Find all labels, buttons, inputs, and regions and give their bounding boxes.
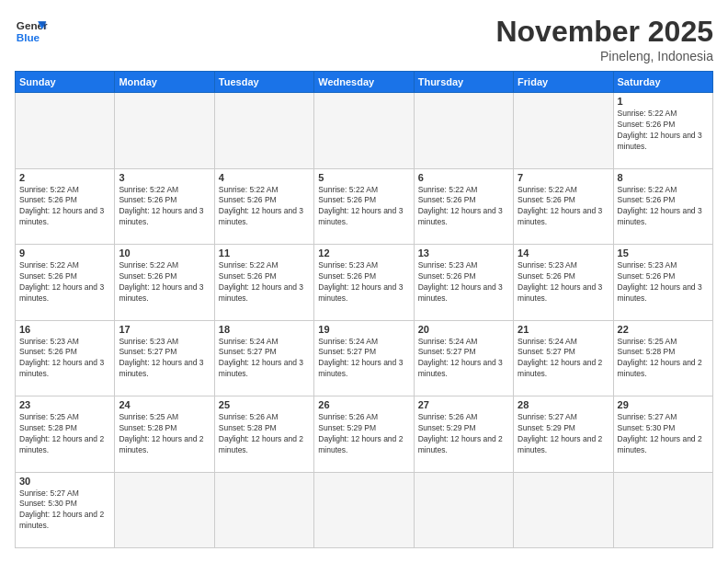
table-row: 2Sunrise: 5:22 AMSunset: 5:26 PMDaylight…: [16, 168, 115, 245]
table-row: [115, 93, 214, 169]
day-number: 16: [19, 324, 110, 335]
table-row: 25Sunrise: 5:26 AMSunset: 5:28 PMDayligh…: [214, 396, 313, 473]
calendar-week-row: 1Sunrise: 5:22 AMSunset: 5:26 PMDaylight…: [16, 93, 713, 169]
header-friday: Friday: [514, 72, 613, 93]
header-thursday: Thursday: [414, 72, 513, 93]
calendar-subtitle: Pineleng, Indonesia: [495, 49, 713, 63]
table-row: 4Sunrise: 5:22 AMSunset: 5:26 PMDaylight…: [214, 168, 313, 245]
day-number: 9: [19, 247, 110, 259]
day-number: 8: [618, 172, 709, 183]
day-number: 15: [618, 247, 709, 259]
table-row: 13Sunrise: 5:23 AMSunset: 5:26 PMDayligh…: [414, 245, 513, 321]
day-number: 20: [418, 324, 509, 335]
day-number: 21: [518, 324, 609, 335]
title-block: November 2025 Pineleng, Indonesia: [495, 15, 713, 63]
calendar-week-row: 2Sunrise: 5:22 AMSunset: 5:26 PMDaylight…: [16, 168, 713, 245]
logo: General Blue: [15, 15, 48, 48]
day-number: 7: [518, 172, 609, 183]
day-info: Sunrise: 5:22 AMSunset: 5:26 PMDaylight:…: [219, 185, 310, 229]
table-row: 23Sunrise: 5:25 AMSunset: 5:28 PMDayligh…: [16, 396, 115, 473]
day-info: Sunrise: 5:22 AMSunset: 5:26 PMDaylight:…: [19, 185, 110, 229]
day-number: 23: [19, 399, 110, 410]
day-number: 22: [618, 324, 709, 335]
svg-text:Blue: Blue: [17, 31, 40, 43]
day-info: Sunrise: 5:23 AMSunset: 5:27 PMDaylight:…: [119, 337, 210, 381]
header-sunday: Sunday: [16, 72, 115, 93]
table-row: 14Sunrise: 5:23 AMSunset: 5:26 PMDayligh…: [514, 245, 613, 321]
calendar-week-row: 9Sunrise: 5:22 AMSunset: 5:26 PMDaylight…: [16, 245, 713, 321]
table-row: 17Sunrise: 5:23 AMSunset: 5:27 PMDayligh…: [115, 320, 214, 396]
day-number: 5: [318, 172, 409, 183]
calendar-table: Sunday Monday Tuesday Wednesday Thursday…: [15, 71, 713, 548]
day-info: Sunrise: 5:22 AMSunset: 5:26 PMDaylight:…: [119, 185, 210, 229]
day-info: Sunrise: 5:22 AMSunset: 5:26 PMDaylight:…: [219, 260, 310, 304]
table-row: [414, 472, 513, 548]
day-info: Sunrise: 5:23 AMSunset: 5:26 PMDaylight:…: [418, 260, 509, 304]
day-number: 1: [618, 96, 709, 107]
table-row: 7Sunrise: 5:22 AMSunset: 5:26 PMDaylight…: [514, 168, 613, 245]
day-number: 27: [418, 399, 509, 410]
table-row: 11Sunrise: 5:22 AMSunset: 5:26 PMDayligh…: [214, 245, 313, 321]
table-row: 5Sunrise: 5:22 AMSunset: 5:26 PMDaylight…: [314, 168, 414, 245]
header-monday: Monday: [115, 72, 214, 93]
weekday-header-row: Sunday Monday Tuesday Wednesday Thursday…: [16, 72, 713, 93]
day-number: 26: [318, 399, 409, 410]
table-row: [514, 93, 613, 169]
day-info: Sunrise: 5:22 AMSunset: 5:26 PMDaylight:…: [418, 185, 509, 229]
table-row: 3Sunrise: 5:22 AMSunset: 5:26 PMDaylight…: [115, 168, 214, 245]
calendar-week-row: 23Sunrise: 5:25 AMSunset: 5:28 PMDayligh…: [16, 396, 713, 473]
day-number: 2: [19, 172, 110, 183]
header-saturday: Saturday: [613, 72, 712, 93]
day-info: Sunrise: 5:24 AMSunset: 5:27 PMDaylight:…: [219, 337, 310, 381]
calendar-title: November 2025: [495, 15, 713, 49]
table-row: 19Sunrise: 5:24 AMSunset: 5:27 PMDayligh…: [314, 320, 414, 396]
calendar-week-row: 16Sunrise: 5:23 AMSunset: 5:26 PMDayligh…: [16, 320, 713, 396]
table-row: [214, 93, 313, 169]
table-row: 16Sunrise: 5:23 AMSunset: 5:26 PMDayligh…: [16, 320, 115, 396]
day-number: 18: [219, 324, 310, 335]
table-row: 28Sunrise: 5:27 AMSunset: 5:29 PMDayligh…: [514, 396, 613, 473]
day-number: 12: [318, 247, 409, 259]
table-row: 22Sunrise: 5:25 AMSunset: 5:28 PMDayligh…: [613, 320, 712, 396]
day-info: Sunrise: 5:22 AMSunset: 5:26 PMDaylight:…: [119, 260, 210, 304]
table-row: 15Sunrise: 5:23 AMSunset: 5:26 PMDayligh…: [613, 245, 712, 321]
day-info: Sunrise: 5:22 AMSunset: 5:26 PMDaylight:…: [618, 185, 709, 229]
day-number: 28: [518, 399, 609, 410]
day-info: Sunrise: 5:22 AMSunset: 5:26 PMDaylight:…: [318, 185, 409, 229]
table-row: 1Sunrise: 5:22 AMSunset: 5:26 PMDaylight…: [613, 93, 712, 169]
table-row: 29Sunrise: 5:27 AMSunset: 5:30 PMDayligh…: [613, 396, 712, 473]
day-number: 24: [119, 399, 210, 410]
table-row: 18Sunrise: 5:24 AMSunset: 5:27 PMDayligh…: [214, 320, 313, 396]
table-row: 20Sunrise: 5:24 AMSunset: 5:27 PMDayligh…: [414, 320, 513, 396]
day-info: Sunrise: 5:22 AMSunset: 5:26 PMDaylight:…: [518, 185, 609, 229]
day-number: 30: [19, 476, 110, 487]
day-info: Sunrise: 5:27 AMSunset: 5:29 PMDaylight:…: [518, 412, 609, 456]
day-info: Sunrise: 5:24 AMSunset: 5:27 PMDaylight:…: [518, 337, 609, 381]
day-number: 14: [518, 247, 609, 259]
calendar-week-row: 30Sunrise: 5:27 AMSunset: 5:30 PMDayligh…: [16, 472, 713, 548]
day-info: Sunrise: 5:25 AMSunset: 5:28 PMDaylight:…: [618, 337, 709, 381]
day-number: 6: [418, 172, 509, 183]
table-row: [314, 93, 414, 169]
table-row: 9Sunrise: 5:22 AMSunset: 5:26 PMDaylight…: [16, 245, 115, 321]
day-info: Sunrise: 5:24 AMSunset: 5:27 PMDaylight:…: [418, 337, 509, 381]
table-row: 26Sunrise: 5:26 AMSunset: 5:29 PMDayligh…: [314, 396, 414, 473]
day-info: Sunrise: 5:25 AMSunset: 5:28 PMDaylight:…: [119, 412, 210, 456]
day-info: Sunrise: 5:23 AMSunset: 5:26 PMDaylight:…: [518, 260, 609, 304]
day-number: 25: [219, 399, 310, 410]
day-info: Sunrise: 5:27 AMSunset: 5:30 PMDaylight:…: [19, 488, 110, 533]
table-row: [214, 472, 313, 548]
day-info: Sunrise: 5:26 AMSunset: 5:29 PMDaylight:…: [418, 412, 509, 456]
day-number: 29: [618, 399, 709, 410]
table-row: 30Sunrise: 5:27 AMSunset: 5:30 PMDayligh…: [16, 472, 115, 548]
day-info: Sunrise: 5:27 AMSunset: 5:30 PMDaylight:…: [618, 412, 709, 456]
day-info: Sunrise: 5:22 AMSunset: 5:26 PMDaylight:…: [19, 260, 110, 304]
page: General Blue November 2025 Pineleng, Ind…: [0, 0, 728, 563]
header: General Blue November 2025 Pineleng, Ind…: [15, 15, 713, 63]
table-row: [115, 472, 214, 548]
table-row: [314, 472, 414, 548]
table-row: 24Sunrise: 5:25 AMSunset: 5:28 PMDayligh…: [115, 396, 214, 473]
day-info: Sunrise: 5:23 AMSunset: 5:26 PMDaylight:…: [618, 260, 709, 304]
day-info: Sunrise: 5:25 AMSunset: 5:28 PMDaylight:…: [19, 412, 110, 456]
table-row: 27Sunrise: 5:26 AMSunset: 5:29 PMDayligh…: [414, 396, 513, 473]
